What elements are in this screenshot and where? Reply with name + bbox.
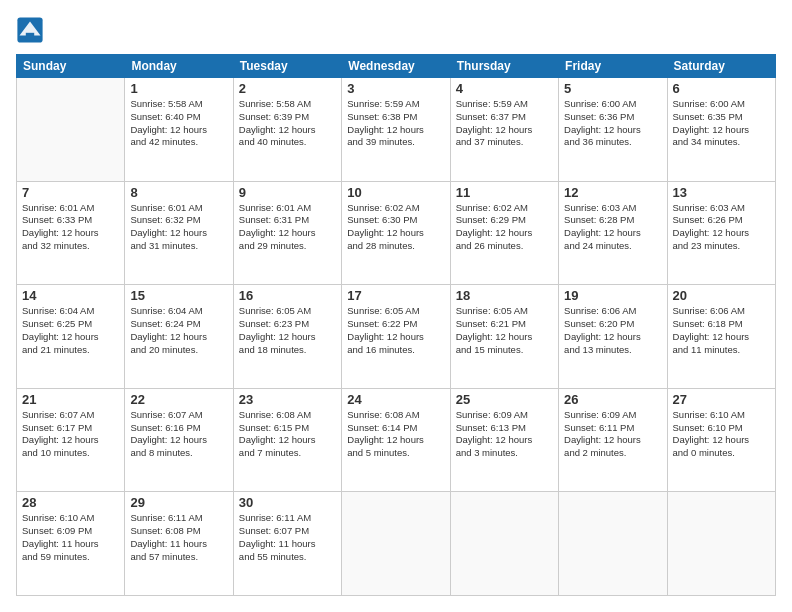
logo-icon bbox=[16, 16, 44, 44]
day-info: Sunrise: 6:11 AM Sunset: 6:07 PM Dayligh… bbox=[239, 512, 336, 563]
day-info: Sunrise: 6:05 AM Sunset: 6:21 PM Dayligh… bbox=[456, 305, 553, 356]
day-number: 14 bbox=[22, 288, 119, 303]
calendar-week-4: 21Sunrise: 6:07 AM Sunset: 6:17 PM Dayli… bbox=[17, 388, 776, 492]
day-info: Sunrise: 5:58 AM Sunset: 6:40 PM Dayligh… bbox=[130, 98, 227, 149]
day-number: 20 bbox=[673, 288, 770, 303]
calendar-body: 1Sunrise: 5:58 AM Sunset: 6:40 PM Daylig… bbox=[17, 78, 776, 596]
day-number: 23 bbox=[239, 392, 336, 407]
weekday-header-friday: Friday bbox=[559, 55, 667, 78]
calendar-cell: 12Sunrise: 6:03 AM Sunset: 6:28 PM Dayli… bbox=[559, 181, 667, 285]
day-info: Sunrise: 6:10 AM Sunset: 6:09 PM Dayligh… bbox=[22, 512, 119, 563]
calendar-cell: 2Sunrise: 5:58 AM Sunset: 6:39 PM Daylig… bbox=[233, 78, 341, 182]
day-info: Sunrise: 6:08 AM Sunset: 6:15 PM Dayligh… bbox=[239, 409, 336, 460]
weekday-header-wednesday: Wednesday bbox=[342, 55, 450, 78]
day-info: Sunrise: 6:06 AM Sunset: 6:18 PM Dayligh… bbox=[673, 305, 770, 356]
calendar-cell: 21Sunrise: 6:07 AM Sunset: 6:17 PM Dayli… bbox=[17, 388, 125, 492]
calendar-week-1: 1Sunrise: 5:58 AM Sunset: 6:40 PM Daylig… bbox=[17, 78, 776, 182]
day-info: Sunrise: 6:05 AM Sunset: 6:23 PM Dayligh… bbox=[239, 305, 336, 356]
header bbox=[16, 16, 776, 44]
day-number: 17 bbox=[347, 288, 444, 303]
weekday-row: SundayMondayTuesdayWednesdayThursdayFrid… bbox=[17, 55, 776, 78]
day-number: 25 bbox=[456, 392, 553, 407]
day-number: 15 bbox=[130, 288, 227, 303]
day-number: 1 bbox=[130, 81, 227, 96]
calendar-cell: 25Sunrise: 6:09 AM Sunset: 6:13 PM Dayli… bbox=[450, 388, 558, 492]
calendar-cell: 15Sunrise: 6:04 AM Sunset: 6:24 PM Dayli… bbox=[125, 285, 233, 389]
day-info: Sunrise: 6:07 AM Sunset: 6:16 PM Dayligh… bbox=[130, 409, 227, 460]
calendar-cell: 29Sunrise: 6:11 AM Sunset: 6:08 PM Dayli… bbox=[125, 492, 233, 596]
svg-rect-2 bbox=[26, 33, 34, 40]
day-info: Sunrise: 6:02 AM Sunset: 6:29 PM Dayligh… bbox=[456, 202, 553, 253]
weekday-header-monday: Monday bbox=[125, 55, 233, 78]
day-info: Sunrise: 6:04 AM Sunset: 6:24 PM Dayligh… bbox=[130, 305, 227, 356]
calendar-cell: 22Sunrise: 6:07 AM Sunset: 6:16 PM Dayli… bbox=[125, 388, 233, 492]
day-info: Sunrise: 6:02 AM Sunset: 6:30 PM Dayligh… bbox=[347, 202, 444, 253]
logo bbox=[16, 16, 48, 44]
calendar-cell: 17Sunrise: 6:05 AM Sunset: 6:22 PM Dayli… bbox=[342, 285, 450, 389]
day-number: 19 bbox=[564, 288, 661, 303]
calendar-cell: 6Sunrise: 6:00 AM Sunset: 6:35 PM Daylig… bbox=[667, 78, 775, 182]
calendar-cell bbox=[17, 78, 125, 182]
day-info: Sunrise: 6:03 AM Sunset: 6:26 PM Dayligh… bbox=[673, 202, 770, 253]
day-number: 13 bbox=[673, 185, 770, 200]
day-number: 2 bbox=[239, 81, 336, 96]
calendar-cell: 11Sunrise: 6:02 AM Sunset: 6:29 PM Dayli… bbox=[450, 181, 558, 285]
weekday-header-tuesday: Tuesday bbox=[233, 55, 341, 78]
day-info: Sunrise: 6:05 AM Sunset: 6:22 PM Dayligh… bbox=[347, 305, 444, 356]
day-number: 27 bbox=[673, 392, 770, 407]
calendar-cell: 3Sunrise: 5:59 AM Sunset: 6:38 PM Daylig… bbox=[342, 78, 450, 182]
day-number: 9 bbox=[239, 185, 336, 200]
day-number: 24 bbox=[347, 392, 444, 407]
calendar-cell bbox=[667, 492, 775, 596]
day-number: 28 bbox=[22, 495, 119, 510]
day-info: Sunrise: 6:01 AM Sunset: 6:33 PM Dayligh… bbox=[22, 202, 119, 253]
day-info: Sunrise: 6:08 AM Sunset: 6:14 PM Dayligh… bbox=[347, 409, 444, 460]
calendar-cell: 8Sunrise: 6:01 AM Sunset: 6:32 PM Daylig… bbox=[125, 181, 233, 285]
day-number: 22 bbox=[130, 392, 227, 407]
day-number: 26 bbox=[564, 392, 661, 407]
day-number: 21 bbox=[22, 392, 119, 407]
day-info: Sunrise: 6:09 AM Sunset: 6:13 PM Dayligh… bbox=[456, 409, 553, 460]
calendar-cell: 5Sunrise: 6:00 AM Sunset: 6:36 PM Daylig… bbox=[559, 78, 667, 182]
day-info: Sunrise: 6:06 AM Sunset: 6:20 PM Dayligh… bbox=[564, 305, 661, 356]
calendar-cell: 24Sunrise: 6:08 AM Sunset: 6:14 PM Dayli… bbox=[342, 388, 450, 492]
day-number: 8 bbox=[130, 185, 227, 200]
calendar-week-3: 14Sunrise: 6:04 AM Sunset: 6:25 PM Dayli… bbox=[17, 285, 776, 389]
calendar-cell: 23Sunrise: 6:08 AM Sunset: 6:15 PM Dayli… bbox=[233, 388, 341, 492]
weekday-header-saturday: Saturday bbox=[667, 55, 775, 78]
day-number: 10 bbox=[347, 185, 444, 200]
day-info: Sunrise: 6:00 AM Sunset: 6:36 PM Dayligh… bbox=[564, 98, 661, 149]
calendar-header: SundayMondayTuesdayWednesdayThursdayFrid… bbox=[17, 55, 776, 78]
day-number: 4 bbox=[456, 81, 553, 96]
day-info: Sunrise: 5:58 AM Sunset: 6:39 PM Dayligh… bbox=[239, 98, 336, 149]
calendar-cell: 9Sunrise: 6:01 AM Sunset: 6:31 PM Daylig… bbox=[233, 181, 341, 285]
calendar-cell: 16Sunrise: 6:05 AM Sunset: 6:23 PM Dayli… bbox=[233, 285, 341, 389]
calendar-cell: 7Sunrise: 6:01 AM Sunset: 6:33 PM Daylig… bbox=[17, 181, 125, 285]
calendar-week-2: 7Sunrise: 6:01 AM Sunset: 6:33 PM Daylig… bbox=[17, 181, 776, 285]
calendar-cell: 13Sunrise: 6:03 AM Sunset: 6:26 PM Dayli… bbox=[667, 181, 775, 285]
day-number: 11 bbox=[456, 185, 553, 200]
day-info: Sunrise: 6:01 AM Sunset: 6:32 PM Dayligh… bbox=[130, 202, 227, 253]
calendar-cell: 14Sunrise: 6:04 AM Sunset: 6:25 PM Dayli… bbox=[17, 285, 125, 389]
page: SundayMondayTuesdayWednesdayThursdayFrid… bbox=[0, 0, 792, 612]
calendar-table: SundayMondayTuesdayWednesdayThursdayFrid… bbox=[16, 54, 776, 596]
calendar-cell bbox=[450, 492, 558, 596]
calendar-cell: 30Sunrise: 6:11 AM Sunset: 6:07 PM Dayli… bbox=[233, 492, 341, 596]
calendar-cell: 1Sunrise: 5:58 AM Sunset: 6:40 PM Daylig… bbox=[125, 78, 233, 182]
calendar-cell: 10Sunrise: 6:02 AM Sunset: 6:30 PM Dayli… bbox=[342, 181, 450, 285]
day-info: Sunrise: 6:09 AM Sunset: 6:11 PM Dayligh… bbox=[564, 409, 661, 460]
calendar-cell: 18Sunrise: 6:05 AM Sunset: 6:21 PM Dayli… bbox=[450, 285, 558, 389]
calendar-cell: 4Sunrise: 5:59 AM Sunset: 6:37 PM Daylig… bbox=[450, 78, 558, 182]
day-number: 18 bbox=[456, 288, 553, 303]
calendar-cell bbox=[342, 492, 450, 596]
day-number: 30 bbox=[239, 495, 336, 510]
calendar-cell: 27Sunrise: 6:10 AM Sunset: 6:10 PM Dayli… bbox=[667, 388, 775, 492]
day-number: 12 bbox=[564, 185, 661, 200]
day-number: 6 bbox=[673, 81, 770, 96]
weekday-header-thursday: Thursday bbox=[450, 55, 558, 78]
day-info: Sunrise: 6:11 AM Sunset: 6:08 PM Dayligh… bbox=[130, 512, 227, 563]
day-info: Sunrise: 6:07 AM Sunset: 6:17 PM Dayligh… bbox=[22, 409, 119, 460]
day-number: 7 bbox=[22, 185, 119, 200]
day-info: Sunrise: 6:00 AM Sunset: 6:35 PM Dayligh… bbox=[673, 98, 770, 149]
calendar-cell: 26Sunrise: 6:09 AM Sunset: 6:11 PM Dayli… bbox=[559, 388, 667, 492]
